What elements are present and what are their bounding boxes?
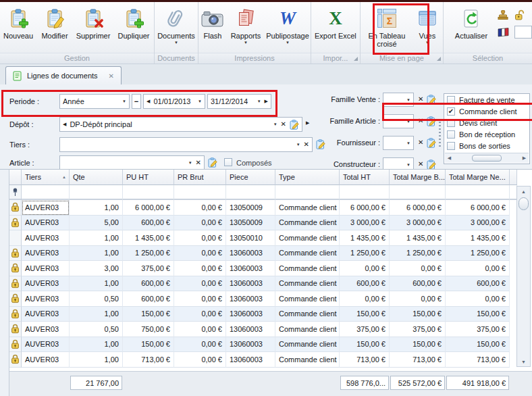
filter-cell[interactable] xyxy=(446,185,510,200)
column-header-piece[interactable]: Piece xyxy=(226,170,275,185)
fournisseur-combo[interactable]: ▼ xyxy=(383,136,414,150)
doc-type-bons-de-sorties[interactable]: Bons de sorties xyxy=(444,140,529,151)
filter-cell[interactable] xyxy=(174,185,226,200)
modifier-button[interactable]: Modifier xyxy=(36,4,73,53)
doc-type-hscrollbar[interactable]: ◀ ▶ xyxy=(445,153,529,163)
periode-collapse-button[interactable]: − xyxy=(132,94,141,109)
chevron-down-icon[interactable]: ▼ xyxy=(198,99,202,104)
table-row[interactable]: AUVER03 1,00 713,00 € 0,00 € 13060003 Co… xyxy=(9,352,517,368)
next-period-icon[interactable]: ▶ xyxy=(265,99,268,104)
table-row[interactable]: AUVER03 1,00 600,00 € 0,00 € 13060003 Co… xyxy=(9,276,517,292)
group-expand-icon[interactable] xyxy=(437,57,441,61)
edit-list-icon[interactable] xyxy=(207,157,218,168)
documents-button[interactable]: Documents ▼ xyxy=(155,4,198,53)
filter-cell[interactable] xyxy=(226,185,275,200)
table-row[interactable]: AUVER03 1,00 150,00 € 0,00 € 13060003 Co… xyxy=(9,337,517,353)
composes-checkbox[interactable] xyxy=(224,158,232,166)
clear-icon[interactable]: ✕ xyxy=(281,121,286,128)
group-expand-icon[interactable] xyxy=(354,57,358,61)
chevron-down-icon[interactable]: ▼ xyxy=(188,160,192,166)
collapse-left-icon[interactable]: ◀ xyxy=(63,122,66,127)
date-from-field[interactable]: ◀ 01/01/2013 ▼ xyxy=(143,94,205,109)
nouveau-button[interactable]: Nouveau xyxy=(0,4,36,53)
grid-vscrollbar[interactable]: ▲ ▼ xyxy=(516,186,531,367)
scroll-down-icon[interactable]: ▼ xyxy=(517,357,530,366)
scroll-right-icon[interactable]: ▶ xyxy=(520,155,529,161)
vues-button[interactable]: Vues ▼ xyxy=(413,4,442,53)
checkbox-icon[interactable] xyxy=(447,96,455,104)
table-row[interactable]: AUVER03 0,50 600,00 € 0,00 € 13060003 Co… xyxy=(9,291,517,307)
prev-period-icon[interactable]: ◀ xyxy=(147,99,150,104)
filter-cell[interactable] xyxy=(390,185,446,200)
vscroll-thumb[interactable] xyxy=(518,197,529,210)
hscroll-thumb[interactable] xyxy=(472,155,502,162)
column-header-tiers[interactable]: Tiers▲ xyxy=(22,170,70,185)
periode-type-combo[interactable]: Année ▼ xyxy=(59,94,130,109)
table-row[interactable]: AUVER03 1,00 6 000,00 € 0,00 € 13050009 … xyxy=(9,200,517,216)
scroll-left-icon[interactable]: ◀ xyxy=(445,155,454,161)
checkbox-icon[interactable] xyxy=(447,142,455,150)
table-row[interactable]: AUVER03 1,00 150,00 € 0,00 € 13060003 Co… xyxy=(9,307,517,322)
focused-cell[interactable]: AUVER03 xyxy=(22,200,70,216)
supprimer-button[interactable]: Supprimer xyxy=(73,4,113,53)
table-row[interactable]: AUVER03 1,00 1 250,00 € 0,00 € 13060003 … xyxy=(9,246,517,262)
tiers-combo[interactable]: ▼ ✕ xyxy=(59,137,313,152)
chevron-down-icon[interactable]: ▼ xyxy=(406,141,410,146)
rapports-button[interactable]: Rapports ▼ xyxy=(227,4,265,53)
doc-type-facture-de-vente[interactable]: Facture de vente xyxy=(444,94,529,105)
doc-type-commande-client[interactable]: ✔ Commande client xyxy=(444,105,529,117)
unlock-icon[interactable] xyxy=(514,9,525,20)
table-row[interactable]: AUVER03 5,00 600,00 € 0,00 € 13050009 Co… xyxy=(9,216,517,231)
table-row[interactable]: AUVER03 0,50 750,00 € 0,00 € 13060003 Co… xyxy=(9,322,517,337)
clear-icon[interactable]: ✕ xyxy=(418,139,423,146)
column-header-pr-brut[interactable]: PR Brut xyxy=(174,170,226,185)
chevron-down-icon[interactable]: ▼ xyxy=(257,99,261,104)
filter-cell[interactable] xyxy=(275,185,340,200)
edit-list-icon[interactable] xyxy=(290,120,299,130)
filter-cell[interactable] xyxy=(22,185,70,200)
table-row[interactable]: AUVER03 3,00 375,00 € 0,00 € 13060003 Co… xyxy=(9,261,517,276)
stamp-icon[interactable] xyxy=(498,10,508,20)
famille-article-combo[interactable]: ▼ xyxy=(383,114,414,128)
edit-list-icon[interactable] xyxy=(425,116,437,127)
doc-type-bon-de-reception[interactable]: Bon de réception xyxy=(444,128,529,140)
doc-type-devis-client[interactable]: Devis client xyxy=(444,117,529,128)
checkbox-icon[interactable] xyxy=(447,119,455,127)
french-flag-icon[interactable] xyxy=(498,27,509,37)
actualiser-button[interactable]: Actualiser xyxy=(450,4,492,53)
export-excel-button[interactable]: X Export Excel xyxy=(313,4,358,53)
column-header-total-marge-ne[interactable]: Total Marge Ne... xyxy=(446,170,510,185)
filter-cell[interactable] xyxy=(340,185,390,200)
checkbox-checked-icon[interactable]: ✔ xyxy=(447,107,455,116)
tab-lignes-de-documents[interactable]: Lignes de documents ✕ xyxy=(5,66,122,84)
column-header-total-marge-b[interactable]: Total Marge B... xyxy=(390,170,446,185)
chevron-down-icon[interactable]: ▼ xyxy=(122,99,126,104)
article-combo[interactable]: ▼ ✕ xyxy=(59,155,205,170)
depot-combo[interactable]: ◀ DP-Dépôt principal ▼ ✕ xyxy=(59,117,302,132)
filter-cell[interactable] xyxy=(70,185,123,200)
panel-splitter-handle[interactable] xyxy=(439,122,441,147)
clear-icon[interactable]: ✕ xyxy=(418,161,423,168)
clear-icon[interactable]: ✕ xyxy=(418,118,423,124)
chevron-down-icon[interactable]: ▼ xyxy=(296,142,300,147)
tab-close-icon[interactable]: ✕ xyxy=(109,72,114,80)
chevron-down-icon[interactable]: ▼ xyxy=(406,97,410,103)
date-to-field[interactable]: 31/12/2014 ▼ ▶ xyxy=(207,94,271,109)
edit-list-icon[interactable] xyxy=(425,94,437,105)
checkbox-icon[interactable] xyxy=(447,130,455,139)
edit-list-icon[interactable] xyxy=(425,137,437,149)
column-header-qte[interactable]: Qte xyxy=(70,170,123,185)
filter-cell[interactable] xyxy=(123,185,174,200)
column-header-total-ht[interactable]: Total HT xyxy=(340,170,390,185)
scroll-up-icon[interactable]: ▲ xyxy=(517,187,530,196)
column-header-pu-ht[interactable]: PU HT xyxy=(123,170,174,185)
selection-field[interactable] xyxy=(514,26,532,39)
en-tableau-croise-button[interactable]: Σ En Tableau croisé xyxy=(361,4,413,53)
table-row[interactable]: AUVER03 1,00 1 435,00 € 0,00 € 13050010 … xyxy=(9,230,517,246)
publipostage-button[interactable]: W Publipostage ▼ xyxy=(265,4,311,53)
clear-icon[interactable]: ✕ xyxy=(196,159,201,166)
chevron-down-icon[interactable]: ▼ xyxy=(273,122,277,127)
dupliquer-button[interactable]: Dupliquer xyxy=(113,4,154,53)
clear-icon[interactable]: ✕ xyxy=(418,96,423,103)
flash-button[interactable]: Flash xyxy=(198,4,227,53)
